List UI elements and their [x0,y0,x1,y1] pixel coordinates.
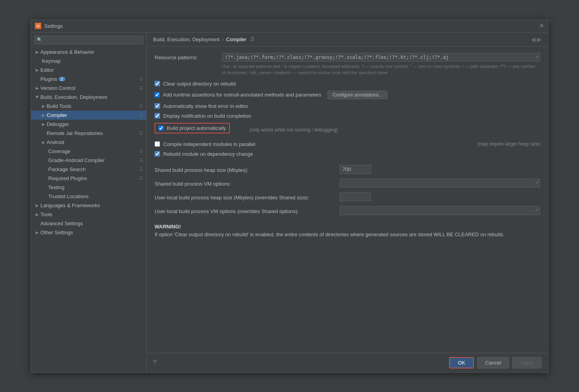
sidebar-item-testing[interactable]: Testing [31,183,146,192]
sidebar-item-trusted-locations[interactable]: Trusted Locations [31,192,146,201]
expand-icon[interactable]: ⤢ [535,55,539,60]
sidebar-item-label: Android [47,139,64,145]
sidebar-item-android[interactable]: ▶ Android [31,138,146,147]
sidebar-item-plugins[interactable]: ▶ Plugins 2 ☰ [31,75,146,84]
search-box[interactable]: 🔍 [34,36,143,44]
ext-icon: ☰ [139,176,143,181]
title-bar-left: IJ Settings [35,23,63,29]
sidebar-item-build-tools[interactable]: ▶ Build Tools ☰ [31,102,146,111]
checkbox-display-notification: Display notification on build completion [155,113,540,119]
app-icon: IJ [35,23,41,29]
ext-icon: ☰ [139,149,143,154]
main-content: 🔍 ▶ Appearance & Behavior Keymap ▶ Edito… [31,33,548,372]
sidebar-item-languages-frameworks[interactable]: ▶ Languages & Frameworks [31,201,146,210]
button-group: OK Cancel Apply [449,357,542,368]
display-notification-checkbox[interactable] [155,113,160,119]
nav-back-icon[interactable]: ◀ [531,36,535,43]
checkbox-compile-parallel: Compile independent modules in parallel [155,141,255,147]
content-area: Resource patterns: ⤢ Use ; to separate p… [147,47,548,353]
sidebar-item-compiler[interactable]: ▶ Compiler ☰ [31,111,146,120]
ext-icon: ☰ [139,131,143,136]
heap-size-input[interactable] [340,165,371,174]
breadcrumb-icon: ☰ [250,36,255,42]
expand-user-vm-icon[interactable]: ⤢ [535,208,539,213]
sidebar-item-label: Editor [40,67,54,73]
sidebar-item-label: Build, Execution, Deployment [40,94,107,100]
resource-patterns-input[interactable] [222,53,540,62]
resource-input-wrap: ⤢ Use ; to separate patterns and ! to ne… [222,53,540,76]
user-vm-wrap: ⤢ [340,206,540,215]
dialog-title: Settings [44,23,63,29]
user-vm-label: User-local build process VM options (ove… [155,207,335,214]
sidebar-item-label: Package Search [48,166,86,172]
display-notification-label: Display notification on build completion [163,113,251,119]
heap-size-row: Shared build process heap size (Mbytes): [155,165,540,174]
arrow-icon: ▶ [36,86,39,90]
ext-icon: ☰ [139,104,143,109]
arrow-icon: ▶ [36,50,39,54]
sidebar-item-label: Remote Jar Repositories [47,130,103,136]
build-auto-checkbox[interactable] [158,126,164,131]
user-heap-input[interactable] [340,192,371,201]
search-input[interactable] [44,37,140,43]
compile-parallel-note: (may require larger heap size) [477,141,540,147]
sidebar-item-required-plugins[interactable]: Required Plugins ☰ [31,174,146,183]
cancel-button[interactable]: Cancel [477,357,509,368]
ext-icon: ☰ [139,77,143,82]
sidebar-item-tools[interactable]: ▶ Tools [31,210,146,219]
sidebar-item-label: Version Control [40,85,75,91]
plugins-badge: 2 [59,77,65,81]
add-runtime-checkbox[interactable] [155,92,160,97]
compile-parallel-wrapper: Compile independent modules in parallel … [155,141,540,147]
ext-icon: ☰ [139,167,143,172]
bottom-bar: ? OK Cancel Apply [147,353,548,372]
apply-button[interactable]: Apply [512,357,542,368]
sidebar-item-package-search[interactable]: Package Search ☰ [31,165,146,174]
build-auto-label: Build project automatically [167,125,226,131]
build-auto-wrapper: Build project automatically (only works … [155,123,540,137]
vm-options-input[interactable] [340,179,540,188]
sidebar-item-label: Plugins [40,76,57,82]
ext-icon: ☰ [139,158,143,163]
sidebar-item-gradle-android[interactable]: Gradle-Android Compiler ☰ [31,156,146,165]
sidebar-item-appearance[interactable]: ▶ Appearance & Behavior [31,47,146,57]
sidebar-item-keymap[interactable]: Keymap [31,57,146,66]
expand-vm-icon[interactable]: ⤢ [535,180,539,185]
sidebar: 🔍 ▶ Appearance & Behavior Keymap ▶ Edito… [31,33,147,372]
close-button[interactable]: ✕ [539,23,544,29]
warning-title: WARNING! [155,224,181,230]
add-runtime-row: Add runtime assertions for notnull-annot… [155,91,540,99]
rebuild-dependency-label: Rebuild module on dependency change [163,151,253,157]
sidebar-item-remote-jar[interactable]: ▶ Remote Jar Repositories ☰ [31,129,146,138]
sidebar-item-label: Advanced Settings [40,221,83,226]
user-vm-input[interactable] [340,206,540,215]
configure-annotations-button[interactable]: Configure annotations... [328,91,388,99]
vm-options-label: Shared build process VM options: [155,179,335,187]
sidebar-item-build-exec-deploy[interactable]: ▶ Build, Execution, Deployment [31,93,146,102]
sidebar-item-other-settings[interactable]: ▶ Other Settings [31,228,146,237]
nav-forward-icon[interactable]: ▶ [537,36,542,43]
sidebar-item-editor[interactable]: ▶ Editor [31,66,146,75]
breadcrumb-current: Compiler [226,36,246,42]
sidebar-item-label: Gradle-Android Compiler [48,157,105,163]
help-icon[interactable]: ? [153,359,157,366]
sidebar-item-label: Testing [48,184,64,190]
rebuild-dependency-checkbox[interactable] [155,151,160,157]
search-icon: 🔍 [37,37,42,42]
arrow-icon: ▶ [42,140,45,144]
show-first-error-checkbox[interactable] [155,103,160,109]
user-vm-row: User-local build process VM options (ove… [155,206,540,215]
checkbox-show-first-error: Automatically show first error in editor [155,103,540,109]
sidebar-item-coverage[interactable]: Coverage ☰ [31,147,146,156]
sidebar-item-version-control[interactable]: ▶ Version Control ☰ [31,84,146,93]
clear-output-checkbox[interactable] [155,81,160,86]
build-auto-note: (only works while not running / debuggin… [249,127,338,133]
sidebar-item-debugger[interactable]: ▶ Debugger [31,120,146,129]
compile-parallel-checkbox[interactable] [155,141,160,147]
resource-patterns-label: Resource patterns: [155,53,217,60]
sidebar-item-advanced-settings[interactable]: ▶ Advanced Settings [31,219,146,228]
heap-size-label: Shared build process heap size (Mbytes): [155,166,335,173]
ext-icon: ☰ [139,113,143,118]
ok-button[interactable]: OK [449,357,474,368]
sidebar-item-label: Compiler [47,112,67,118]
